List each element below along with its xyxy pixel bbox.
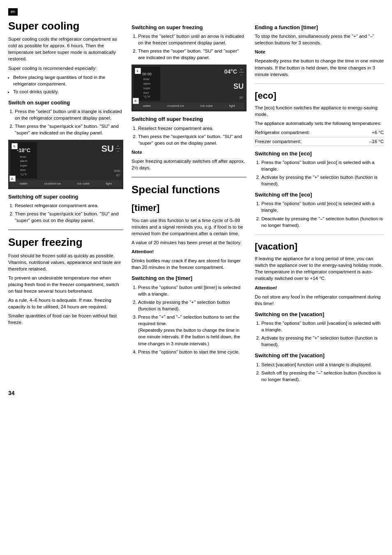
timer-switch-on-steps: Press the "options" button until [timer]… [138, 284, 247, 356]
step-1: Press the "select" button until a triang… [15, 108, 123, 121]
lang-badge: en [8, 8, 18, 16]
eco-temps: Refrigerator compartment: +6 °C Freezer … [255, 129, 384, 146]
eco-off-step-1: Press the "options" button until [eco] i… [261, 200, 384, 213]
eco-intro1: The [eco] function switches the applianc… [255, 104, 384, 118]
ending-function-text: To stop the function, simultaneously pre… [255, 33, 384, 46]
special-functions-title: Special functions [131, 183, 247, 196]
vacation-intro: If leaving the appliance for a long peri… [255, 255, 384, 282]
timer-step-3: Press the "+" and "–" selection buttons … [138, 314, 247, 347]
panel2-temp: 04°C [224, 68, 237, 76]
sf-step-2: Then press the "super" button. "SU" and … [138, 48, 247, 61]
eco-intro2: The appliance automatically sets the fol… [255, 120, 384, 127]
eco-temp-value-2: –16 °C [369, 138, 384, 145]
eco-on-step-1: Press the "options" button until [eco] i… [261, 159, 384, 172]
eco-temp-value-1: +6 °C [372, 129, 384, 136]
vacation-title: [vacation] [255, 241, 384, 252]
eco-on-step-2: Activate by pressing the "+" selection b… [261, 174, 384, 187]
panel1-label1: 1. [12, 143, 18, 149]
super-cooling-recommended: Super cooling is recommended especially: [8, 65, 123, 72]
vacation-attention-label: Attention! [255, 284, 384, 291]
vacation-switch-on-steps: Press the "options" button until [vacati… [261, 320, 384, 348]
bullet-1: Before placing large quantities of food … [13, 74, 123, 87]
panel1-label2: 2. [9, 176, 16, 182]
timer-preset: A value of 20 minutes has been preset at… [131, 239, 247, 246]
vacation-off-step-2: Switch off by pressing the "–" selection… [261, 370, 384, 383]
vacation-off-step-1: Select [vacation] function until a trian… [261, 361, 384, 368]
super-freezing-intro4: Smaller quantities of food can be frozen… [8, 312, 123, 326]
switch-on-steps: Press the "select" button until a triang… [15, 108, 123, 136]
panel2-su: SU [233, 81, 244, 92]
switch-off-step-1: Reselect refrigerator compartment area. [15, 202, 123, 209]
switch-off-cooling-heading: Switching off super cooling [8, 193, 123, 201]
eco-title: [eco] [255, 90, 384, 101]
eco-off-step-2: Deactivate by pressing the "–" selection… [261, 215, 384, 229]
super-cooling-bullets: Before placing large quantities of food … [13, 74, 123, 95]
ending-note-text: Repeatedly press the button to change th… [255, 58, 384, 77]
vacation-switch-off-steps: Select [vacation] function until a trian… [261, 361, 384, 383]
timer-intro: You can use this function to set a time … [131, 217, 247, 237]
switch-off-super-freezing-steps: Reselect freezer compartment area. Then … [138, 125, 247, 146]
switch-off-cooling-steps: Reselect refrigerator compartment area. … [15, 202, 123, 224]
panel1-su: SU [101, 143, 114, 155]
eco-temp-label-1: Refrigerator compartment: [255, 129, 310, 136]
timer-attention-label: Attention! [131, 248, 247, 255]
vacation-switch-off-heading: Switching off the [vacation] [255, 352, 384, 359]
panel1-btn2: crushed ice [44, 181, 61, 186]
switch-on-heading: Switch on super cooling [8, 99, 123, 106]
bullet-2: To cool drinks quickly. [13, 88, 123, 95]
switch-off-step-2: Then press the "super/quick ice" button.… [15, 210, 123, 224]
panel2-label2: 2. [133, 98, 139, 104]
step-2: Then press the "super/quick ice" button.… [15, 123, 123, 136]
eco-switch-off-steps: Press the "options" button until [eco] i… [261, 200, 384, 228]
eco-temp-label-2: Freezer compartment: [255, 138, 301, 145]
vacation-switch-on-heading: Switching on the [vacation] [255, 311, 384, 318]
sf-step-1: Press the "select" button until an arrow… [138, 33, 247, 46]
sfoff-note-text: Super freezing automatically switches of… [131, 158, 247, 171]
super-cooling-title: Super cooling [8, 20, 123, 32]
vacation-on-step-2: Activate by pressing the "+" selection b… [261, 335, 384, 348]
vacation-on-step-1: Press the "options" button until [vacati… [261, 320, 384, 333]
switch-on-super-freezing-heading: Switching on super freezing [131, 24, 247, 31]
panel2-label1: 1. [135, 68, 141, 74]
panel2-btn1: water [143, 104, 151, 108]
panel1-btn1: water [20, 181, 28, 186]
super-cooling-intro: Super cooling cools the refrigerator com… [8, 36, 123, 62]
timer-step-2: Activate by pressing the "+" selection b… [138, 299, 247, 312]
page-number: 34 [8, 389, 15, 398]
panel1-temp: -18°C [17, 147, 30, 154]
panel2-btn2: crushed ice [167, 104, 184, 108]
eco-switch-off-heading: Switching off the [eco] [255, 191, 384, 199]
panel1-btn4: light [106, 181, 112, 186]
panel2-time: 00 00 [142, 72, 152, 77]
timer-attention-text: Drinks bottles may crack if they are sto… [131, 257, 247, 271]
panel2-btn3: ice cube [201, 104, 213, 108]
super-freezing-intro1: Food should be frozen solid as quickly a… [8, 252, 123, 272]
switch-off-super-freezing-heading: Switching off super freezing [131, 116, 247, 123]
vacation-attention-text: Do not store any food in the refrigerato… [255, 294, 384, 307]
timer-step-4: Press the "options" button to start the … [138, 349, 247, 355]
sfoff-step-2: Then press the "super/quick ice" button.… [138, 133, 247, 146]
timer-step-1: Press the "options" button until [timer]… [138, 284, 247, 297]
panel2-btn4: light [229, 104, 235, 108]
eco-switch-on-heading: Switching on the [eco] [255, 150, 384, 157]
panel1-btn3: ice cube [77, 181, 90, 186]
timer-switch-on-heading: Switching on the [timer] [131, 275, 247, 282]
display-panel-2: 1. 00 00 timer alarm super door °C/°F 04… [131, 65, 247, 112]
eco-switch-on-steps: Press the "options" button until [eco] i… [261, 159, 384, 187]
display-panel-1: 1. -18°C timer alarm super door °C/°F SU [8, 140, 123, 189]
eco-temp-row-1: Refrigerator compartment: +6 °C [255, 129, 384, 137]
eco-temp-row-2: Freezer compartment: –16 °C [255, 138, 384, 146]
timer-title: [timer] [131, 203, 247, 213]
super-freezing-intro3: As a rule, 4–6 hours is adequate. If max… [8, 297, 123, 310]
ending-note-label: Note [255, 49, 384, 55]
super-freezing-intro2: To prevent an undesirable temperature ri… [8, 275, 123, 294]
ending-function-title: Ending a function [timer] [255, 24, 384, 31]
switch-on-super-freezing-steps: Press the "select" button until an arrow… [138, 33, 247, 61]
super-freezing-title: Super freezing [8, 236, 123, 249]
sfoff-note-label: Note [131, 149, 247, 155]
sfoff-step-1: Reselect freezer compartment area. [138, 125, 247, 132]
